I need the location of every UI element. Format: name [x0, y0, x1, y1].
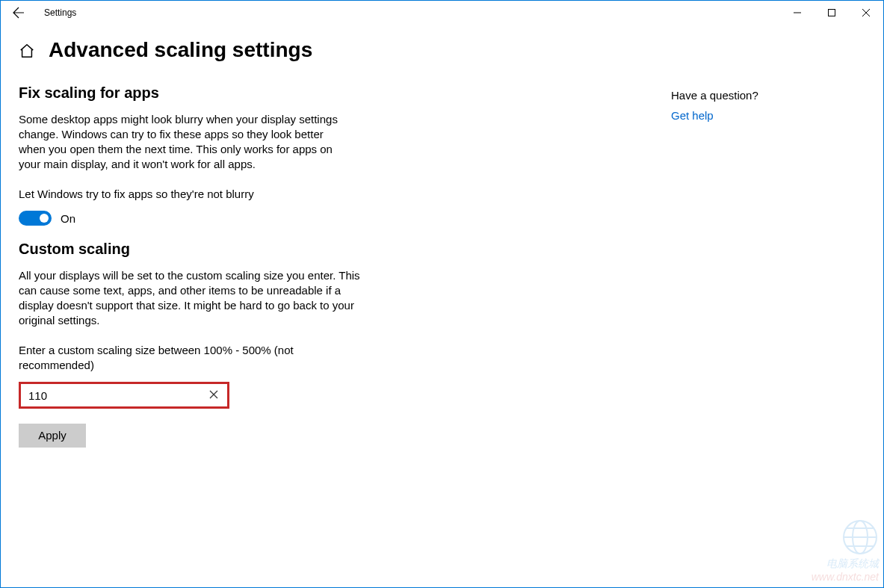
fix-scaling-heading: Fix scaling for apps — [19, 84, 467, 102]
apply-button[interactable]: Apply — [19, 424, 86, 448]
close-icon — [862, 9, 870, 16]
custom-scaling-heading: Custom scaling — [19, 241, 467, 258]
clear-x-icon — [209, 390, 218, 399]
svg-rect-0 — [829, 10, 835, 16]
aside-column: Have a question? Get help — [671, 80, 865, 448]
maximize-icon — [828, 9, 835, 16]
fix-scaling-toggle-state: On — [61, 212, 75, 225]
aside-question: Have a question? — [671, 89, 850, 102]
maximize-button[interactable] — [815, 1, 849, 25]
title-bar: Settings — [1, 1, 883, 25]
get-help-link[interactable]: Get help — [671, 109, 714, 122]
fix-scaling-toggle-label: Let Windows try to fix apps so they're n… — [19, 187, 467, 202]
minimize-icon — [794, 9, 801, 16]
watermark-text-cn: 电脑系统城 — [826, 557, 879, 571]
window-title: Settings — [44, 7, 76, 18]
fix-scaling-toggle-row: On — [19, 211, 467, 226]
watermark-text-url: www.dnxtc.net — [812, 571, 879, 583]
custom-scaling-input[interactable] — [28, 389, 206, 402]
fix-scaling-toggle[interactable] — [19, 211, 52, 226]
custom-scaling-input-wrap — [19, 382, 229, 409]
custom-scaling-input-label: Enter a custom scaling size between 100%… — [19, 343, 318, 373]
fix-scaling-description: Some desktop apps might look blurry when… — [19, 112, 347, 172]
page-title: Advanced scaling settings — [49, 38, 312, 62]
window-controls — [780, 1, 883, 25]
watermark: 电脑系统城 www.dnxtc.net — [812, 519, 879, 583]
clear-input-button[interactable] — [206, 389, 221, 401]
watermark-globe-icon — [841, 519, 879, 556]
custom-scaling-description: All your displays will be set to the cus… — [19, 268, 362, 328]
main-column: Fix scaling for apps Some desktop apps m… — [19, 80, 467, 448]
svg-point-1 — [844, 521, 877, 554]
content-area: Fix scaling for apps Some desktop apps m… — [1, 80, 883, 448]
page-header: Advanced scaling settings — [1, 25, 883, 80]
back-button[interactable] — [1, 1, 37, 25]
back-arrow-icon — [13, 7, 25, 19]
home-icon[interactable] — [19, 43, 35, 59]
minimize-button[interactable] — [780, 1, 815, 25]
close-button[interactable] — [849, 1, 883, 25]
svg-point-2 — [853, 521, 868, 554]
